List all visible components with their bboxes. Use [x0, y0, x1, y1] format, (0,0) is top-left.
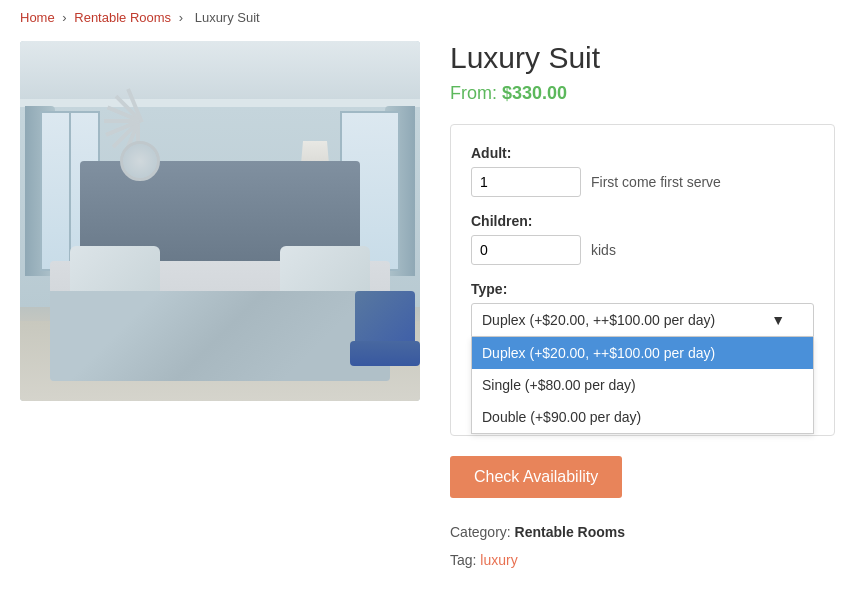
price-label: From: [450, 83, 497, 103]
img-bed [50, 221, 390, 381]
room-title: Luxury Suit [450, 41, 835, 75]
type-option-single[interactable]: Single (+$80.00 per day) [472, 369, 813, 401]
breadcrumb-separator-2: › [179, 10, 187, 25]
type-dropdown-list: Duplex (+$20.00, ++$100.00 per day) Sing… [471, 337, 814, 434]
category-label: Category: [450, 524, 511, 540]
room-image-canvas [20, 41, 420, 401]
meta-info: Category: Rentable Rooms Tag: luxury [450, 518, 835, 574]
main-content: Luxury Suit From: $330.00 Adult: First c… [20, 41, 835, 574]
breadcrumb-separator-1: › [62, 10, 70, 25]
room-price: From: $330.00 [450, 83, 835, 104]
breadcrumb: Home › Rentable Rooms › Luxury Suit [20, 10, 835, 25]
room-details: Luxury Suit From: $330.00 Adult: First c… [450, 41, 835, 574]
img-chair [350, 291, 420, 371]
category-value: Rentable Rooms [515, 524, 625, 540]
img-bedcover [50, 291, 390, 381]
tag-label: Tag: [450, 552, 476, 568]
price-value: $330.00 [502, 83, 567, 103]
breadcrumb-home[interactable]: Home [20, 10, 55, 25]
booking-box: Adult: First come first serve Children: … [450, 124, 835, 436]
type-dropdown[interactable]: Duplex (+$20.00, ++$100.00 per day) ▼ Du… [471, 303, 814, 337]
category-row: Category: Rentable Rooms [450, 518, 835, 546]
adult-label: Adult: [471, 145, 814, 161]
img-mirror-circle [120, 141, 160, 181]
children-field-row: kids [471, 235, 814, 265]
adult-input[interactable] [471, 167, 581, 197]
type-dropdown-selected-text: Duplex (+$20.00, ++$100.00 per day) [482, 312, 771, 328]
children-label: Children: [471, 213, 814, 229]
type-dropdown-display[interactable]: Duplex (+$20.00, ++$100.00 per day) ▼ [471, 303, 814, 337]
breadcrumb-rentable-rooms[interactable]: Rentable Rooms [74, 10, 171, 25]
children-hint: kids [591, 242, 616, 258]
type-option-double[interactable]: Double (+$90.00 per day) [472, 401, 813, 433]
children-field-group: Children: kids [471, 213, 814, 265]
room-image [20, 41, 420, 401]
img-chair-back [355, 291, 415, 341]
img-chair-seat [350, 341, 420, 366]
breadcrumb-current: Luxury Suit [195, 10, 260, 25]
check-availability-button[interactable]: Check Availability [450, 456, 622, 498]
type-label: Type: [471, 281, 814, 297]
adult-field-row: First come first serve [471, 167, 814, 197]
img-ceiling [20, 41, 420, 101]
adult-hint: First come first serve [591, 174, 721, 190]
tag-row: Tag: luxury [450, 546, 835, 574]
tag-value[interactable]: luxury [480, 552, 517, 568]
type-option-duplex[interactable]: Duplex (+$20.00, ++$100.00 per day) [472, 337, 813, 369]
adult-field-group: Adult: First come first serve [471, 145, 814, 197]
dropdown-arrow-icon: ▼ [771, 312, 785, 328]
children-input[interactable] [471, 235, 581, 265]
img-crown [20, 99, 420, 107]
type-field-group: Type: Duplex (+$20.00, ++$100.00 per day… [471, 281, 814, 337]
